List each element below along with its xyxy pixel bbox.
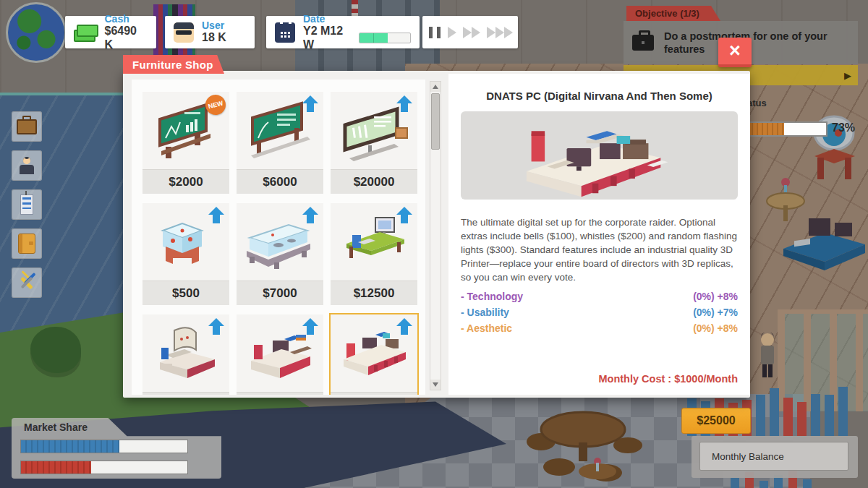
balance-chart-bar: [756, 395, 765, 436]
objective-header: Objective (1/3): [626, 6, 720, 21]
item-image: [142, 314, 229, 392]
week-progress-fill: [359, 33, 387, 43]
monthly-balance-label[interactable]: Monthly Balance: [699, 442, 848, 471]
briefcase-icon: [632, 35, 654, 51]
shop-item[interactable]: [237, 314, 323, 395]
upgrade-arrow-icon: [302, 95, 318, 112]
item-price: $6000: [237, 169, 323, 194]
item-image: [237, 203, 323, 281]
stat-value: (0%) +8%: [693, 291, 738, 302]
fast-forward-button[interactable]: [463, 27, 480, 38]
stat-name: - Usability: [461, 307, 509, 318]
item-image: [237, 92, 323, 169]
shop-item[interactable]: $7000: [237, 203, 323, 305]
date-label: Date: [303, 13, 411, 25]
upgrade-arrow-icon: [396, 95, 412, 112]
stat-usability: - Usability (0%) +7%: [461, 307, 738, 318]
monthly-balance-panel: Monthly Balance: [692, 436, 858, 478]
upgrade-arrow-icon: [208, 318, 224, 335]
briefcase-icon: [17, 119, 37, 134]
upgrade-arrow-icon: [396, 207, 412, 223]
stat-name: - Aesthetic: [461, 322, 512, 334]
week-progress-bar: [359, 33, 411, 43]
market-share-bar-competitor: [21, 461, 91, 474]
sidebar-item-journal[interactable]: [12, 228, 42, 259]
detail-description: The ultimate digital set up for the corp…: [461, 215, 738, 284]
sidebar-item-tools[interactable]: [12, 267, 42, 298]
objective-text: Do a postmortem for one of your features: [664, 30, 851, 56]
balance-chart-bar: [797, 402, 807, 436]
user-value: 18 K: [202, 31, 226, 44]
date-value: Y2 M12 W: [303, 25, 353, 51]
stat-value: (0%) +8%: [693, 322, 738, 334]
shop-item[interactable]: $20000: [331, 92, 417, 194]
upgrade-arrow-icon: [302, 318, 318, 335]
balance-amount-button[interactable]: $25000: [681, 408, 751, 434]
stat-value: (0%) +7%: [693, 307, 738, 318]
shop-item[interactable]: [142, 314, 229, 395]
item-price: $7000: [237, 281, 323, 305]
cash-panel: Cash $6490 K: [65, 16, 156, 48]
sidebar-item-building[interactable]: [12, 189, 42, 220]
market-share-bar-track: [20, 461, 188, 474]
journal-icon: [18, 234, 35, 254]
pause-button[interactable]: [428, 27, 441, 38]
close-dialog-button[interactable]: ×: [718, 38, 752, 67]
dnats-desk-image: [491, 113, 708, 198]
upgrade-arrow-icon: [302, 207, 318, 223]
user-label: User: [202, 20, 226, 31]
item-image: [331, 92, 417, 169]
balance-chart-bar: [783, 398, 793, 436]
shop-item-selected[interactable]: [331, 314, 417, 395]
sidebar-item-briefcase[interactable]: [12, 111, 42, 142]
shop-scrollbar[interactable]: [430, 81, 441, 390]
shop-item[interactable]: NEW $2000: [142, 92, 229, 194]
item-price: [237, 392, 323, 395]
furniture-shop-tab: Furniture Shop: [123, 55, 224, 74]
fastest-forward-button[interactable]: [487, 27, 513, 38]
item-image: [142, 203, 229, 281]
item-price: [142, 392, 229, 395]
objective-next-arrow[interactable]: ▶: [844, 70, 851, 81]
market-share-bar-track: [20, 440, 188, 453]
cash-label: Cash: [104, 13, 148, 25]
cash-value: $6490 K: [104, 25, 148, 51]
building-icon: [20, 194, 33, 215]
user-icon: [174, 22, 194, 43]
shop-item[interactable]: $500: [142, 203, 229, 305]
market-share-title: Market Share: [24, 421, 88, 433]
balance-chart-bar: [811, 394, 820, 436]
date-panel: Date Y2 M12 W: [266, 16, 420, 48]
upgrade-arrow-icon: [396, 318, 412, 335]
play-button[interactable]: [448, 27, 456, 38]
item-image: [237, 314, 323, 392]
shop-items-grid: NEW $2000 $6000: [132, 80, 425, 395]
item-price: $2000: [142, 169, 229, 194]
calendar-icon: [275, 22, 295, 43]
item-detail-pane: DNATS PC (Digital Nirvana And Then Some): [448, 74, 750, 395]
item-price: $20000: [331, 169, 417, 194]
playback-panel: [422, 16, 518, 48]
item-price: [331, 392, 417, 395]
furniture-shop-dialog: NEW $2000 $6000: [123, 71, 750, 398]
detail-image-box: [461, 111, 738, 200]
shop-item[interactable]: $12500: [331, 203, 417, 305]
shop-item[interactable]: $6000: [237, 92, 323, 194]
scroll-down-button[interactable]: [430, 380, 441, 390]
money-icon: [74, 24, 96, 41]
balance-chart-bar: [825, 395, 834, 436]
detail-title: DNATS PC (Digital Nirvana And Then Some): [448, 90, 750, 102]
item-price: $500: [142, 281, 229, 305]
balance-chart-bar: [770, 388, 779, 436]
sidebar-item-employee[interactable]: [12, 150, 42, 181]
game-screen: Cash $6490 K User 18 K Date Y2 M12 W Obj…: [0, 0, 868, 488]
stat-name: - Technology: [461, 291, 523, 302]
item-price: $12500: [331, 281, 417, 305]
scrollbar-thumb[interactable]: [431, 93, 440, 150]
stat-technology: - Technology (0%) +8%: [461, 291, 738, 302]
item-image: NEW: [142, 92, 229, 169]
scroll-up-button[interactable]: [430, 82, 441, 92]
employee-icon: [18, 157, 35, 174]
market-share-bar-self: [21, 440, 119, 453]
stat-aesthetic: - Aesthetic (0%) +8%: [461, 322, 738, 334]
